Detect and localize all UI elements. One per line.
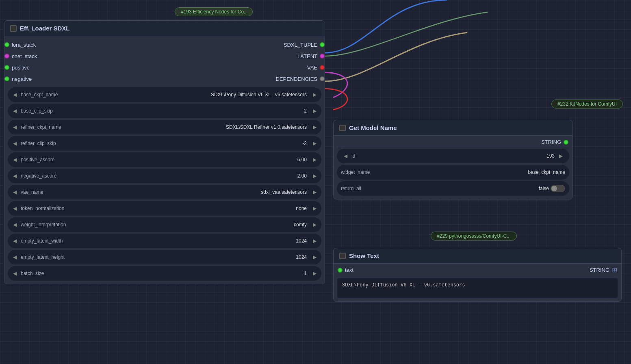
widget-vae-name[interactable]: ◀ vae_name sdxl_vae.safetensors ▶ bbox=[8, 185, 321, 199]
widget-refiner-clip-skip[interactable]: ◀ refiner_clip_skip -2 ▶ bbox=[8, 136, 321, 151]
arrow-right-pos-ascore[interactable]: ▶ bbox=[310, 155, 319, 164]
arrow-right-refiner-clip[interactable]: ▶ bbox=[310, 139, 319, 148]
output-vae: VAE bbox=[307, 63, 325, 72]
arrow-left-neg-ascore[interactable]: ◀ bbox=[10, 171, 19, 180]
show-text-io-row: text STRING ⊞ bbox=[334, 264, 621, 276]
show-text-output-side: STRING ⊞ bbox=[590, 266, 617, 274]
widget-value-batch: 1 bbox=[75, 271, 308, 276]
pygoss-badge: #229 pythongosssss/ComfyUI-C... bbox=[431, 232, 517, 240]
widget-label-base-clip: base_clip_skip bbox=[21, 108, 74, 114]
node-show-text-checkbox[interactable] bbox=[339, 253, 346, 259]
widget-label-latent-h: empty_latent_height bbox=[21, 254, 74, 260]
arrow-right-weight-interp[interactable]: ▶ bbox=[310, 220, 319, 229]
label-dependencies: DEPENDENCIES bbox=[275, 76, 317, 82]
widgets-section: ◀ base_ckpt_name SDXL\Pony Diffusion V6 … bbox=[4, 86, 325, 284]
arrow-left-token-norm[interactable]: ◀ bbox=[10, 204, 19, 213]
input-positive: positive bbox=[4, 63, 37, 72]
node-get-model-name: Get Model Name STRING ◀ id 193 ▶ widget_… bbox=[333, 120, 573, 199]
widget-value-refiner-ckpt: SDXL\SDXL Refiner v1.0.safetensors bbox=[75, 124, 308, 130]
toggle-return-all[interactable] bbox=[551, 185, 565, 192]
widget-token-norm[interactable]: ◀ token_normalization none ▶ bbox=[8, 201, 321, 216]
arrow-right-latent-h[interactable]: ▶ bbox=[310, 253, 319, 262]
arrow-left-latent-h[interactable]: ◀ bbox=[10, 253, 19, 262]
dot-dependencies[interactable] bbox=[320, 76, 325, 81]
pygoss-badge-label: #229 pythongosssss/ComfyUI-C... bbox=[437, 233, 511, 239]
widget-label-base-ckpt: base_ckpt_name bbox=[21, 92, 74, 98]
widget-value-pos-ascore: 6.00 bbox=[75, 157, 308, 162]
arrow-right-neg-ascore[interactable]: ▶ bbox=[310, 171, 319, 180]
arrow-right-base-clip[interactable]: ▶ bbox=[310, 106, 319, 115]
arrow-left-latent-w[interactable]: ◀ bbox=[10, 236, 19, 245]
widget-label-id: id bbox=[351, 153, 392, 159]
widget-value-refiner-clip: -2 bbox=[75, 141, 308, 146]
dot-negative[interactable] bbox=[4, 76, 9, 81]
text-content: SDXL\Pony Diffusion V6 XL - v6.safetenso… bbox=[342, 282, 465, 288]
widget-refiner-ckpt-name[interactable]: ◀ refiner_ckpt_name SDXL\SDXL Refiner v1… bbox=[8, 120, 321, 134]
arrow-right-vae[interactable]: ▶ bbox=[310, 188, 319, 197]
arrow-right-latent-w[interactable]: ▶ bbox=[310, 236, 319, 245]
dot-lora-stack[interactable] bbox=[4, 42, 9, 47]
show-text-input-side: text bbox=[338, 267, 353, 273]
arrow-left-refiner-ckpt[interactable]: ◀ bbox=[10, 123, 19, 132]
arrow-left-id[interactable]: ◀ bbox=[341, 152, 350, 160]
dot-string-output[interactable] bbox=[564, 140, 568, 145]
dot-latent[interactable] bbox=[320, 54, 325, 58]
widget-return-all[interactable]: return_all false bbox=[337, 181, 569, 196]
arrow-left-refiner-clip[interactable]: ◀ bbox=[10, 139, 19, 148]
widget-label-weight-interp: weight_interpretation bbox=[21, 222, 74, 228]
arrow-left-weight-interp[interactable]: ◀ bbox=[10, 220, 19, 229]
widget-label-neg-ascore: negative_ascore bbox=[21, 173, 74, 179]
arrow-right-base-ckpt[interactable]: ▶ bbox=[310, 90, 319, 99]
widget-weight-interp[interactable]: ◀ weight_interpretation comfy ▶ bbox=[8, 217, 321, 232]
dot-vae[interactable] bbox=[320, 65, 325, 70]
label-latent: LATENT bbox=[297, 53, 317, 59]
get-model-output-row: STRING bbox=[334, 136, 572, 147]
dot-text-input[interactable] bbox=[338, 268, 343, 273]
label-vae: VAE bbox=[307, 65, 317, 71]
node-get-model-checkbox[interactable] bbox=[339, 125, 346, 131]
widget-value-base-ckpt: SDXL\Pony Diffusion V6 XL - v6.safetenso… bbox=[75, 92, 308, 98]
label-lora-stack: lora_stack bbox=[12, 42, 36, 48]
node-left-checkbox[interactable] bbox=[10, 25, 17, 32]
widget-negative-ascore[interactable]: ◀ negative_ascore 2.00 ▶ bbox=[8, 169, 321, 183]
label-positive: positive bbox=[12, 65, 30, 71]
widget-value-weight-interp: comfy bbox=[75, 222, 308, 228]
widget-positive-ascore[interactable]: ◀ positive_ascore 6.00 ▶ bbox=[8, 152, 321, 167]
widget-label-refiner-ckpt: refiner_ckpt_name bbox=[21, 124, 74, 130]
arrow-right-refiner-ckpt[interactable]: ▶ bbox=[310, 123, 319, 132]
widget-base-clip-skip[interactable]: ◀ base_clip_skip -2 ▶ bbox=[8, 104, 321, 118]
dot-cnet-stack[interactable] bbox=[4, 54, 9, 58]
widget-latent-width[interactable]: ◀ empty_latent_width 1024 ▶ bbox=[8, 234, 321, 248]
node-left-title: Eff. Loader SDXL bbox=[20, 25, 70, 32]
output-dependencies: DEPENDENCIES bbox=[275, 74, 325, 83]
node-show-text-header: Show Text bbox=[334, 248, 621, 264]
widget-batch-size[interactable]: ◀ batch_size 1 ▶ bbox=[8, 266, 321, 281]
arrow-left-batch[interactable]: ◀ bbox=[10, 269, 19, 278]
widget-base-ckpt-name[interactable]: ◀ base_ckpt_name SDXL\Pony Diffusion V6 … bbox=[8, 87, 321, 102]
kjnodes-badge-label: #232 KJNodes for ComfyUI bbox=[557, 101, 617, 107]
dot-positive[interactable] bbox=[4, 65, 9, 70]
inputs-column: lora_stack cnet_stack positive negative bbox=[4, 39, 37, 85]
widget-value-latent-w: 1024 bbox=[75, 238, 308, 244]
input-lora-stack: lora_stack bbox=[4, 40, 37, 49]
arrow-left-pos-ascore[interactable]: ◀ bbox=[10, 155, 19, 164]
arrow-right-batch[interactable]: ▶ bbox=[310, 269, 319, 278]
label-sdxl-tuple: SDXL_TUPLE bbox=[284, 42, 317, 48]
top-badge-label: #193 Efficiency Nodes for Co.. bbox=[181, 9, 247, 15]
widget-latent-height[interactable]: ◀ empty_latent_height 1024 ▶ bbox=[8, 250, 321, 264]
arrow-left-base-clip[interactable]: ◀ bbox=[10, 106, 19, 115]
arrow-left-base-ckpt[interactable]: ◀ bbox=[10, 90, 19, 99]
widget-label-refiner-clip: refiner_clip_skip bbox=[21, 141, 74, 146]
widget-id[interactable]: ◀ id 193 ▶ bbox=[337, 149, 569, 163]
widget-value-base-clip: -2 bbox=[75, 108, 308, 114]
arrow-right-token-norm[interactable]: ▶ bbox=[310, 204, 319, 213]
grid-icon[interactable]: ⊞ bbox=[612, 266, 617, 274]
arrow-right-id[interactable]: ▶ bbox=[556, 152, 565, 160]
widget-value-neg-ascore: 2.00 bbox=[75, 173, 308, 179]
widget-widget-name[interactable]: widget_name base_ckpt_name bbox=[337, 165, 569, 180]
outputs-column: SDXL_TUPLE LATENT VAE DEPENDENCIES bbox=[275, 39, 325, 85]
input-cnet-stack: cnet_stack bbox=[4, 52, 37, 61]
dot-sdxl-tuple[interactable] bbox=[320, 42, 325, 47]
arrow-left-vae[interactable]: ◀ bbox=[10, 188, 19, 197]
input-negative: negative bbox=[4, 74, 37, 83]
